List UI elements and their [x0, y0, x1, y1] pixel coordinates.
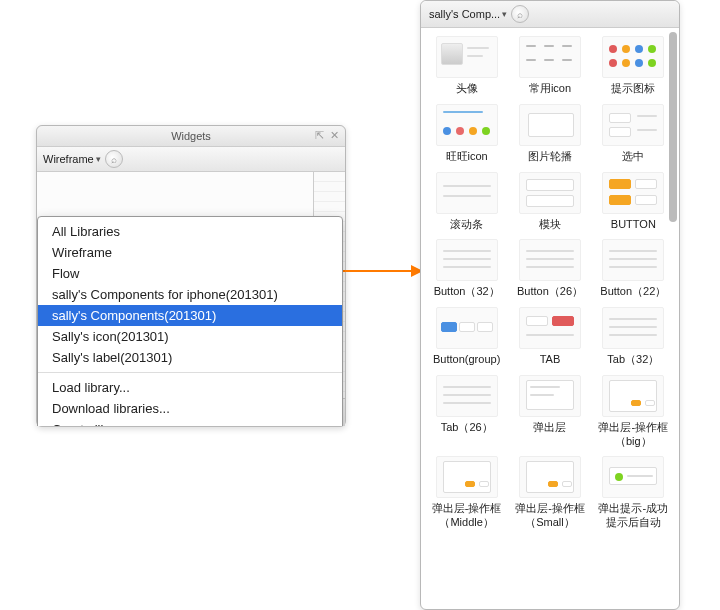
- menu-item-action[interactable]: Download libraries...: [38, 398, 342, 419]
- panel-title: Widgets: [171, 130, 211, 142]
- component-label: Button(group): [427, 353, 506, 367]
- component-label: TAB: [510, 353, 589, 367]
- component-thumbnail: [436, 375, 498, 417]
- component-label: Button（32）: [427, 285, 506, 299]
- component-cell[interactable]: 图片轮播: [510, 104, 589, 164]
- library-toolbar: Wireframe ▾ ⌕: [37, 147, 345, 172]
- component-cell[interactable]: Tab（26）: [427, 375, 506, 449]
- component-thumbnail: [602, 36, 664, 78]
- component-thumbnail: [436, 104, 498, 146]
- library-selector[interactable]: sally's Comp... ▾: [429, 8, 507, 20]
- scrollbar-thumb[interactable]: [669, 32, 677, 222]
- component-thumbnail: [436, 307, 498, 349]
- component-label: 常用icon: [510, 82, 589, 96]
- component-cell[interactable]: 滚动条: [427, 172, 506, 232]
- library-selected-label: sally's Comp...: [429, 8, 500, 20]
- component-thumbnail: [519, 239, 581, 281]
- component-thumbnail: [519, 307, 581, 349]
- component-label: 弹出层-操作框（big）: [594, 421, 673, 449]
- menu-item-action[interactable]: Load library...: [38, 377, 342, 398]
- component-label: 弹出层-操作框（Small）: [510, 502, 589, 530]
- component-label: 提示图标: [594, 82, 673, 96]
- component-label: Button（22）: [594, 285, 673, 299]
- component-thumbnail: [436, 36, 498, 78]
- search-icon[interactable]: ⌕: [105, 150, 123, 168]
- component-cell[interactable]: Button（26）: [510, 239, 589, 299]
- component-cell[interactable]: Tab（32）: [594, 307, 673, 367]
- component-label: BUTTON: [594, 218, 673, 232]
- menu-item-library[interactable]: Wireframe: [38, 242, 342, 263]
- component-thumbnail: [519, 375, 581, 417]
- component-cell[interactable]: 选中: [594, 104, 673, 164]
- close-icon[interactable]: ✕: [330, 129, 339, 142]
- chevron-down-icon: ▾: [96, 154, 101, 164]
- component-label: 旺旺icon: [427, 150, 506, 164]
- library-dropdown: All LibrariesWireframeFlowsally's Compon…: [37, 216, 343, 426]
- component-cell[interactable]: 旺旺icon: [427, 104, 506, 164]
- component-cell[interactable]: Button（32）: [427, 239, 506, 299]
- panel-body: All LibrariesWireframeFlowsally's Compon…: [37, 172, 345, 426]
- component-cell[interactable]: 头像: [427, 36, 506, 96]
- component-label: 模块: [510, 218, 589, 232]
- component-cell[interactable]: 弹出提示-成功提示后自动: [594, 456, 673, 530]
- component-label: 弹出层: [510, 421, 589, 435]
- scrollbar[interactable]: [669, 32, 677, 605]
- component-thumbnail: [602, 172, 664, 214]
- component-cell[interactable]: 弹出层-操作框（Small）: [510, 456, 589, 530]
- widgets-panel: Widgets ⇱ ✕ Wireframe ▾ ⌕ All LibrariesW…: [36, 125, 346, 427]
- chevron-down-icon: ▾: [502, 9, 507, 19]
- search-icon[interactable]: ⌕: [511, 5, 529, 23]
- panel-title-bar: Widgets ⇱ ✕: [37, 126, 345, 147]
- component-cell[interactable]: TAB: [510, 307, 589, 367]
- dock-icon[interactable]: ⇱: [315, 129, 324, 142]
- menu-item-library[interactable]: Sally's label(201301): [38, 347, 342, 368]
- component-label: 选中: [594, 150, 673, 164]
- arrow-icon: [335, 270, 421, 272]
- components-grid: 头像常用icon提示图标旺旺icon图片轮播选中滚动条模块BUTTONButto…: [421, 28, 679, 538]
- component-thumbnail: [519, 172, 581, 214]
- menu-item-action[interactable]: Create library...: [38, 419, 342, 426]
- menu-item-library[interactable]: sally's Components(201301): [38, 305, 342, 326]
- component-thumbnail: [602, 104, 664, 146]
- component-cell[interactable]: BUTTON: [594, 172, 673, 232]
- component-thumbnail: [436, 172, 498, 214]
- components-toolbar: sally's Comp... ▾ ⌕: [421, 1, 679, 28]
- component-thumbnail: [602, 456, 664, 498]
- menu-item-library[interactable]: Sally's icon(201301): [38, 326, 342, 347]
- component-label: 头像: [427, 82, 506, 96]
- library-selected-label: Wireframe: [43, 153, 94, 165]
- library-selector[interactable]: Wireframe ▾: [43, 153, 101, 165]
- components-panel: sally's Comp... ▾ ⌕ 头像常用icon提示图标旺旺icon图片…: [420, 0, 680, 610]
- component-thumbnail: [602, 375, 664, 417]
- component-thumbnail: [519, 104, 581, 146]
- menu-item-library[interactable]: Flow: [38, 263, 342, 284]
- component-cell[interactable]: 弹出层: [510, 375, 589, 449]
- menu-item-library[interactable]: sally's Components for iphone(201301): [38, 284, 342, 305]
- component-cell[interactable]: Button（22）: [594, 239, 673, 299]
- component-thumbnail: [436, 456, 498, 498]
- component-label: 图片轮播: [510, 150, 589, 164]
- component-thumbnail: [519, 456, 581, 498]
- component-cell[interactable]: 常用icon: [510, 36, 589, 96]
- component-cell[interactable]: Button(group): [427, 307, 506, 367]
- component-cell[interactable]: 模块: [510, 172, 589, 232]
- component-label: Tab（32）: [594, 353, 673, 367]
- component-cell[interactable]: 弹出层-操作框（Middle）: [427, 456, 506, 530]
- component-cell[interactable]: 弹出层-操作框（big）: [594, 375, 673, 449]
- component-thumbnail: [519, 36, 581, 78]
- component-label: 弹出层-操作框（Middle）: [427, 502, 506, 530]
- component-cell[interactable]: 提示图标: [594, 36, 673, 96]
- component-label: Tab（26）: [427, 421, 506, 435]
- menu-item-library[interactable]: All Libraries: [38, 221, 342, 242]
- component-label: 弹出提示-成功提示后自动: [594, 502, 673, 530]
- component-thumbnail: [602, 307, 664, 349]
- component-label: Button（26）: [510, 285, 589, 299]
- component-label: 滚动条: [427, 218, 506, 232]
- component-thumbnail: [602, 239, 664, 281]
- component-thumbnail: [436, 239, 498, 281]
- menu-separator: [38, 372, 342, 373]
